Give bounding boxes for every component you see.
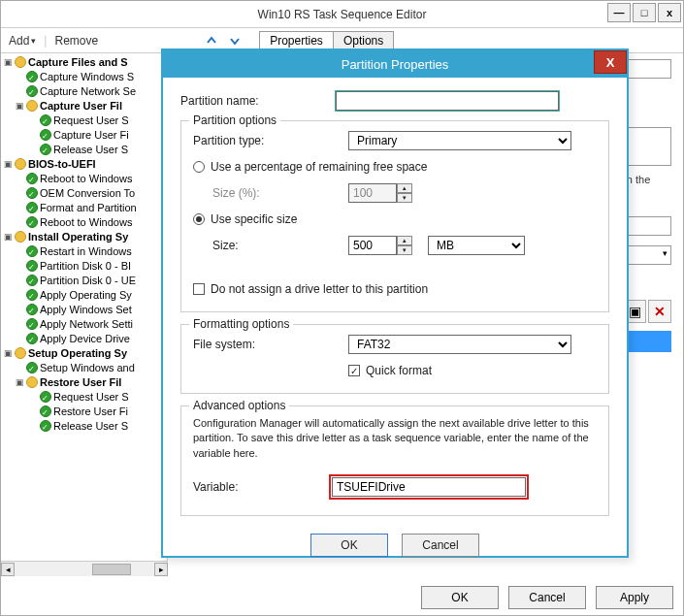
tree-item[interactable]: Restore User Fi [1, 405, 167, 419]
tree-item[interactable]: Apply Windows Set [1, 303, 167, 317]
size-spinner[interactable]: ▴▾ [397, 236, 412, 255]
tree-item[interactable]: ▣Capture User Fil [1, 99, 167, 113]
tab-options[interactable]: Options [333, 31, 394, 50]
tree-item[interactable]: Setup Windows and [1, 361, 167, 375]
tree-item-label: Apply Network Setti [40, 317, 133, 332]
quick-format-checkbox[interactable]: Quick format [348, 364, 432, 377]
tree-item[interactable]: Apply Device Drive [1, 332, 167, 346]
tree-item-label: Capture Windows S [40, 70, 134, 84]
check-icon [40, 114, 51, 126]
partition-type-select[interactable]: Primary [348, 131, 571, 150]
variable-highlight [329, 474, 529, 500]
check-icon [40, 420, 51, 432]
expand-icon[interactable]: ▣ [3, 346, 13, 361]
folder-icon [26, 100, 38, 112]
size-unit-select[interactable]: MB [428, 236, 525, 255]
folder-icon [15, 347, 26, 359]
folder-icon [15, 158, 26, 170]
remove-button[interactable]: Remove [54, 34, 98, 48]
use-specific-size-radio[interactable]: Use specific size [193, 212, 297, 226]
tree-item-label: Apply Device Drive [40, 332, 130, 346]
tree-item-label: Request User S [53, 390, 129, 405]
tree-item[interactable]: Reboot to Windows [1, 172, 167, 186]
variable-input[interactable] [332, 477, 526, 497]
check-icon [26, 202, 38, 213]
tree-item[interactable]: Apply Operating Sy [1, 288, 167, 303]
size-input[interactable] [348, 236, 397, 255]
add-button[interactable]: Add [9, 34, 36, 48]
tree-item-label: Capture User Fil [40, 99, 122, 113]
expand-icon[interactable]: ▣ [3, 230, 13, 244]
tree-item[interactable]: Capture User Fi [1, 128, 167, 143]
partition-options-legend: Partition options [189, 113, 280, 127]
use-percentage-radio[interactable]: Use a percentage of remaining free space [193, 160, 427, 174]
check-icon [40, 144, 51, 155]
tree-item[interactable]: Capture Network Se [1, 84, 167, 99]
tree-item[interactable]: Request User S [1, 113, 167, 128]
main-ok-button[interactable]: OK [421, 586, 499, 609]
tab-properties[interactable]: Properties [259, 31, 334, 50]
tree-item[interactable]: Capture Windows S [1, 70, 167, 84]
tree-item[interactable]: ▣Capture Files and S [1, 55, 167, 70]
size-percent-label: Size (%): [212, 186, 348, 200]
maximize-button[interactable]: □ [633, 3, 656, 22]
tree-item-label: Format and Partition [40, 201, 137, 215]
tree-item[interactable]: ▣BIOS-to-UEFI [1, 157, 167, 172]
check-icon [26, 85, 38, 97]
tree-item[interactable]: Partition Disk 0 - UE [1, 274, 167, 288]
tree-item-label: Release User S [53, 143, 128, 157]
partition-type-label: Partition type: [193, 134, 348, 147]
check-icon [26, 216, 38, 228]
expand-icon[interactable]: ▣ [3, 157, 13, 172]
expand-icon[interactable]: ▣ [15, 99, 24, 113]
no-drive-letter-checkbox[interactable]: Do not assign a drive letter to this par… [193, 282, 428, 296]
tree-item-label: Partition Disk 0 - BI [40, 259, 131, 274]
tree-item[interactable]: Apply Network Setti [1, 317, 167, 332]
tree-item[interactable]: Restart in Windows [1, 244, 167, 259]
footer-buttons: OK Cancel Apply [421, 586, 673, 609]
scroll-left-arrow[interactable]: ◂ [1, 563, 15, 576]
dialog-ok-button[interactable]: OK [310, 534, 388, 557]
main-apply-button[interactable]: Apply [596, 586, 673, 609]
dialog-close-button[interactable]: X [594, 50, 627, 74]
tree-item[interactable]: Request User S [1, 390, 167, 405]
main-cancel-button[interactable]: Cancel [508, 586, 586, 609]
check-icon [26, 260, 38, 272]
move-up-icon[interactable] [203, 32, 220, 49]
quick-format-label: Quick format [366, 364, 432, 377]
scroll-thumb[interactable] [92, 564, 131, 575]
window-close-button[interactable]: x [658, 3, 681, 22]
no-drive-letter-label: Do not assign a drive letter to this par… [211, 282, 428, 296]
tree-item[interactable]: Release User S [1, 419, 167, 434]
tree-item[interactable]: Reboot to Windows [1, 215, 167, 230]
tree-item[interactable]: Format and Partition [1, 201, 167, 215]
expand-icon[interactable]: ▣ [15, 375, 24, 390]
tree-item-label: Restore User Fil [40, 375, 121, 390]
tree-item[interactable]: ▣Install Operating Sy [1, 230, 167, 244]
window-titlebar: Win10 RS Task Sequence Editor — □ x [1, 1, 683, 28]
partition-name-input[interactable] [336, 91, 559, 111]
tree-item[interactable]: ▣Setup Operating Sy [1, 346, 167, 361]
check-icon [26, 275, 38, 286]
delete-icon[interactable]: ✕ [648, 300, 671, 323]
task-tree[interactable]: ▣Capture Files and SCapture Windows SCap… [1, 53, 168, 576]
tree-item-label: Capture Network Se [40, 84, 136, 99]
expand-icon[interactable]: ▣ [3, 55, 13, 70]
check-icon [26, 289, 38, 301]
size-percent-input [348, 183, 397, 203]
tree-item-label: Capture Files and S [28, 55, 128, 70]
tree-item[interactable]: OEM Conversion To [1, 186, 167, 201]
tree-horizontal-scrollbar[interactable]: ◂ ▸ [1, 561, 168, 576]
formatting-options-legend: Formatting options [189, 317, 293, 331]
file-system-select[interactable]: FAT32 [348, 335, 571, 354]
tree-item[interactable]: ▣Restore User Fil [1, 375, 167, 390]
tree-item[interactable]: Partition Disk 0 - BI [1, 259, 167, 274]
check-icon [40, 129, 51, 141]
tree-item-label: OEM Conversion To [40, 186, 135, 201]
dialog-cancel-button[interactable]: Cancel [402, 534, 479, 557]
minimize-button[interactable]: — [607, 3, 631, 22]
check-icon [26, 71, 38, 82]
tree-item[interactable]: Release User S [1, 143, 167, 157]
formatting-options-group: Formatting options File system: FAT32 Qu… [180, 324, 609, 394]
move-down-icon[interactable] [226, 32, 244, 49]
